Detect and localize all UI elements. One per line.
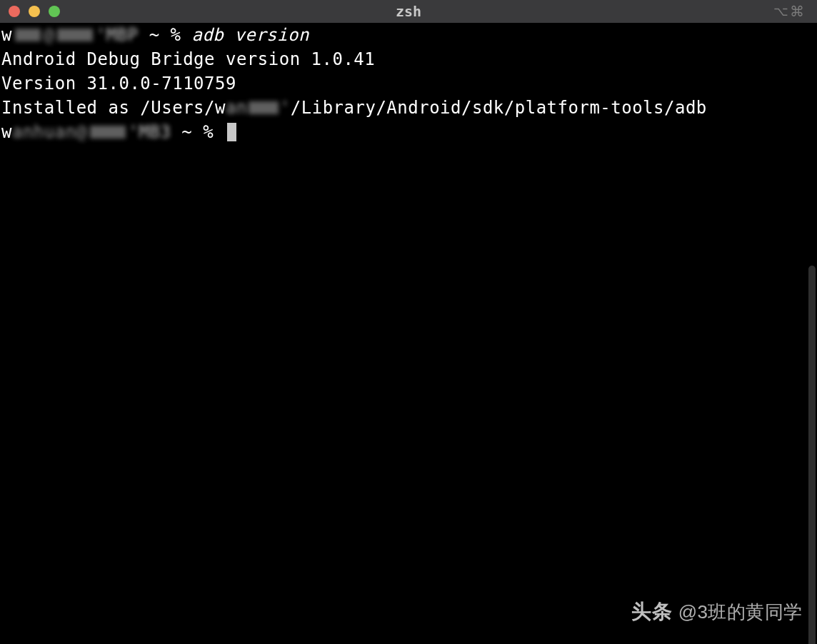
terminal-line-prompt-2: w anhuan@ 'MB3 ~ % (0, 120, 817, 144)
prompt-suffix: ~ % (139, 23, 192, 47)
prompt-user-prefix-2: w (1, 120, 12, 144)
window-title: zsh (396, 3, 421, 20)
close-window-button[interactable] (9, 6, 20, 17)
installed-prefix: Installed as /Users/w (1, 96, 226, 120)
watermark-handle: @3班的黄同学 (678, 600, 803, 624)
terminal-output-line-2: Version 31.0.0-7110759 (0, 71, 817, 96)
prompt-user-prefix: w (1, 23, 12, 47)
terminal-output-line-3: Installed as /Users/w an ' /Library/Andr… (0, 96, 817, 120)
terminal-cursor (227, 123, 236, 141)
window-shortcut-hint: ⌥⌘ (773, 3, 804, 20)
terminal-output-line-1: Android Debug Bridge version 1.0.41 (0, 47, 817, 71)
terminal-title-bar: zsh ⌥⌘ (0, 0, 817, 23)
window-traffic-lights (9, 6, 60, 17)
prompt-suffix-2: ~ % (171, 120, 224, 144)
command-text: adb version (191, 23, 309, 47)
maximize-window-button[interactable] (49, 6, 60, 17)
terminal-line-prompt-1: w @ 'MBP ~ % adb version (0, 23, 817, 47)
watermark: 头条 @3班的黄同学 (631, 600, 803, 624)
terminal-output-area[interactable]: w @ 'MBP ~ % adb version Android Debug B… (0, 23, 817, 644)
watermark-logo: 头条 (631, 600, 673, 624)
installed-suffix: /Library/Android/sdk/platform-tools/adb (291, 96, 707, 120)
terminal-scrollbar[interactable] (808, 266, 816, 644)
redacted-username-host-2: anhuan@ 'MB3 (12, 120, 171, 144)
minimize-window-button[interactable] (29, 6, 40, 17)
redacted-username-host: @ 'MBP (12, 23, 139, 47)
redacted-path-user: an ' (226, 96, 291, 120)
